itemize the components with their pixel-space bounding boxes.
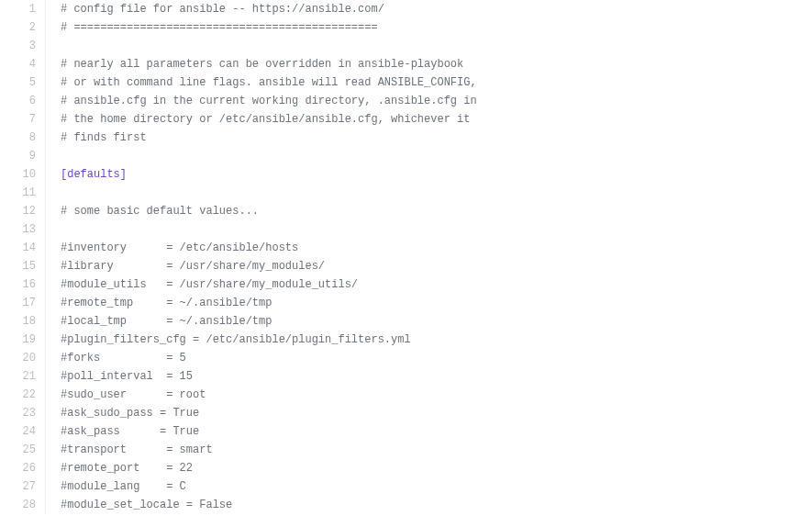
- line-number-gutter: 1234567891011121314151617181920212223242…: [0, 0, 46, 514]
- code-line: # the home directory or /etc/ansible/ans…: [61, 110, 812, 129]
- code-content[interactable]: # config file for ansible -- https://ans…: [46, 0, 812, 514]
- line-number: 5: [0, 73, 36, 92]
- code-line: #ask_sudo_pass = True: [61, 404, 812, 422]
- code-line: #module_lang = C: [61, 477, 812, 496]
- line-number: 8: [0, 129, 36, 147]
- code-line: [defaults]: [61, 165, 812, 184]
- line-number: 10: [0, 165, 36, 184]
- line-number: 4: [0, 55, 36, 73]
- code-line: [61, 37, 812, 55]
- line-number: 7: [0, 110, 36, 129]
- code-line: #forks = 5: [61, 349, 812, 367]
- code-line: #remote_tmp = ~/.ansible/tmp: [61, 294, 812, 312]
- code-line: [61, 184, 812, 202]
- code-viewer: 1234567891011121314151617181920212223242…: [0, 0, 812, 514]
- code-line: # ======================================…: [61, 18, 812, 37]
- code-line: [61, 147, 812, 165]
- code-line: # nearly all parameters can be overridde…: [61, 55, 812, 73]
- line-number: 13: [0, 220, 36, 239]
- code-line: #library = /usr/share/my_modules/: [61, 257, 812, 275]
- code-line: # config file for ansible -- https://ans…: [61, 0, 812, 18]
- code-line: #remote_port = 22: [61, 459, 812, 477]
- line-number: 26: [0, 459, 36, 477]
- line-number: 11: [0, 184, 36, 202]
- code-line: #poll_interval = 15: [61, 367, 812, 386]
- ini-section-header: [defaults]: [61, 168, 127, 181]
- code-line: #local_tmp = ~/.ansible/tmp: [61, 312, 812, 331]
- code-line: # finds first: [61, 129, 812, 147]
- line-number: 2: [0, 18, 36, 37]
- code-line: #sudo_user = root: [61, 386, 812, 404]
- code-line: #module_utils = /usr/share/my_module_uti…: [61, 275, 812, 294]
- code-line: # ansible.cfg in the current working dir…: [61, 92, 812, 110]
- line-number: 1: [0, 0, 36, 18]
- code-line: [61, 220, 812, 239]
- line-number: 28: [0, 496, 36, 514]
- line-number: 17: [0, 294, 36, 312]
- code-line: #transport = smart: [61, 441, 812, 459]
- code-line: #plugin_filters_cfg = /etc/ansible/plugi…: [61, 331, 812, 349]
- line-number: 19: [0, 331, 36, 349]
- line-number: 24: [0, 422, 36, 441]
- line-number: 16: [0, 275, 36, 294]
- line-number: 23: [0, 404, 36, 422]
- line-number: 6: [0, 92, 36, 110]
- code-line: #inventory = /etc/ansible/hosts: [61, 239, 812, 257]
- line-number: 20: [0, 349, 36, 367]
- code-line: #ask_pass = True: [61, 422, 812, 441]
- line-number: 27: [0, 477, 36, 496]
- line-number: 12: [0, 202, 36, 220]
- line-number: 14: [0, 239, 36, 257]
- line-number: 9: [0, 147, 36, 165]
- line-number: 3: [0, 37, 36, 55]
- line-number: 18: [0, 312, 36, 331]
- code-line: # or with command line flags. ansible wi…: [61, 73, 812, 92]
- code-line: #module_set_locale = False: [61, 496, 812, 514]
- code-line: # some basic default values...: [61, 202, 812, 220]
- line-number: 22: [0, 386, 36, 404]
- line-number: 25: [0, 441, 36, 459]
- line-number: 15: [0, 257, 36, 275]
- line-number: 21: [0, 367, 36, 386]
